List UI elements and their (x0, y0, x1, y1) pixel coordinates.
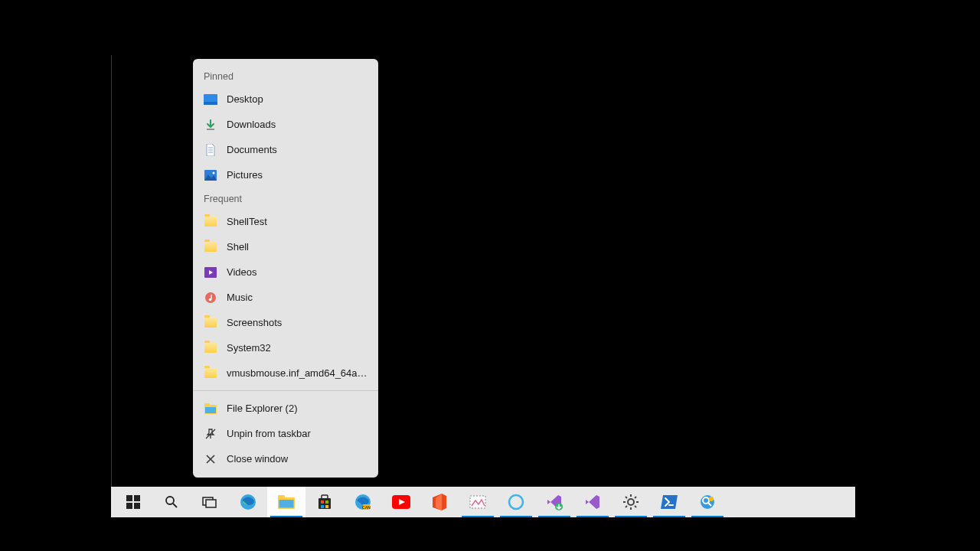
edge-icon (240, 494, 256, 510)
youtube-icon (392, 495, 410, 509)
jumplist-item-label: Pictures (227, 169, 263, 181)
jumplist-action-open-file-explorer[interactable]: File Explorer (2) (193, 396, 378, 421)
running-indicator (577, 516, 609, 517)
jumplist-action-close-window[interactable]: Close window (193, 446, 378, 471)
file-explorer-icon (204, 402, 217, 416)
jumplist-item-label: Downloads (227, 119, 276, 130)
divider (193, 390, 378, 391)
folder-icon (204, 316, 217, 330)
svg-line-47 (635, 497, 636, 498)
jumplist-item-label: Videos (227, 266, 257, 278)
svg-rect-1 (204, 102, 217, 105)
pictures-icon (204, 168, 217, 182)
svg-point-9 (205, 292, 216, 303)
jumplist-item-label: ShellTest (227, 216, 267, 227)
gear-icon (622, 494, 639, 510)
taskbar-task-view-button[interactable] (191, 487, 229, 517)
documents-icon (204, 143, 217, 157)
svg-rect-18 (134, 503, 140, 509)
running-indicator (462, 516, 494, 517)
unpin-icon (204, 427, 217, 441)
svg-rect-26 (279, 500, 294, 508)
taskbar-settings-button[interactable] (612, 487, 650, 517)
folder-icon (204, 341, 217, 355)
taskbar-search-button[interactable] (152, 487, 191, 517)
powershell-icon (661, 495, 678, 509)
svg-point-7 (213, 171, 215, 174)
downloads-icon (204, 118, 217, 132)
jumplist-item-label: Screenshots (227, 317, 282, 328)
taskbar: CAN (111, 487, 855, 517)
close-icon (204, 452, 217, 466)
edge-canary-icon: CAN (354, 494, 371, 510)
running-indicator (691, 516, 724, 517)
jumplist-action-unpin[interactable]: Unpin from taskbar (193, 421, 378, 446)
jumplist-item-downloads[interactable]: Downloads (193, 112, 378, 137)
taskbar-edge-button[interactable] (229, 487, 267, 517)
svg-rect-15 (126, 495, 132, 501)
svg-rect-28 (322, 495, 328, 499)
taskbar-office-button[interactable] (420, 487, 459, 517)
folder-icon (204, 367, 217, 380)
jumplist-item-screenshots[interactable]: Screenshots (193, 310, 378, 335)
jumplist-item-videos[interactable]: Videos (193, 259, 378, 285)
jumplist-item-vmusbmouse[interactable]: vmusbmouse.inf_amd64_64ac7a0a... (193, 360, 378, 386)
jumplist-item-system32[interactable]: System32 (193, 335, 378, 360)
snipping-tool-icon (469, 495, 486, 509)
svg-rect-29 (321, 500, 324, 504)
jumplist-item-label: Music (227, 292, 253, 303)
taskbar-microsoft-store-button[interactable] (305, 487, 344, 517)
svg-point-19 (166, 497, 174, 504)
taskbar-powershell-button[interactable] (650, 487, 688, 517)
taskbar-start-button[interactable] (114, 487, 152, 517)
taskbar-vs-installer-button[interactable] (535, 487, 573, 517)
jumplist-item-documents[interactable]: Documents (193, 137, 378, 162)
svg-point-10 (209, 298, 212, 301)
svg-rect-17 (126, 503, 132, 509)
taskbar-cortana-button[interactable] (497, 487, 535, 517)
jumplist-action-label: Unpin from taskbar (227, 428, 311, 439)
jumplist-item-desktop[interactable]: Desktop (193, 86, 378, 112)
svg-rect-25 (278, 495, 285, 499)
svg-rect-12 (204, 403, 210, 406)
svg-text:CAN: CAN (362, 505, 371, 510)
svg-rect-31 (321, 505, 324, 508)
vertical-divider (111, 55, 112, 517)
folder-icon (204, 240, 217, 254)
videos-icon (204, 266, 217, 279)
svg-rect-16 (134, 495, 140, 501)
jumplist-action-label: Close window (227, 453, 288, 465)
svg-point-38 (509, 495, 523, 509)
taskbar-snipping-tool-button[interactable] (459, 487, 497, 517)
svg-rect-22 (206, 500, 216, 507)
office-icon (433, 494, 446, 510)
jumplist-item-pictures[interactable]: Pictures (193, 162, 378, 187)
jumplist-item-label: Shell (227, 241, 249, 253)
svg-point-52 (709, 497, 714, 501)
jumplist-item-shell[interactable]: Shell (193, 234, 378, 259)
svg-line-20 (173, 504, 177, 507)
jumplist-item-music[interactable]: Music (193, 285, 378, 310)
windows-logo-icon (126, 495, 140, 509)
jumplist-frequent-header: Frequent (193, 187, 378, 209)
visual-studio-icon (584, 494, 601, 510)
taskbar-visual-studio-button[interactable] (573, 487, 612, 517)
svg-rect-27 (318, 498, 331, 509)
jumplist-action-label: File Explorer (2) (227, 403, 297, 414)
taskbar-accessibility-insights-button[interactable] (688, 487, 727, 517)
jumplist-item-label: vmusbmouse.inf_amd64_64ac7a0a... (227, 367, 368, 379)
microsoft-store-icon (317, 494, 332, 510)
music-icon (204, 291, 217, 305)
desktop-icon (204, 93, 217, 106)
search-icon (165, 495, 178, 509)
taskbar-youtube-button[interactable] (382, 487, 420, 517)
taskbar-edge-canary-button[interactable]: CAN (344, 487, 382, 517)
jumplist-item-label: Documents (227, 144, 277, 155)
running-indicator (500, 516, 532, 517)
svg-point-40 (628, 499, 634, 505)
jumplist-item-shelltest[interactable]: ShellTest (193, 209, 378, 234)
taskbar-file-explorer-button[interactable] (267, 487, 305, 517)
svg-rect-13 (205, 407, 216, 413)
svg-line-48 (626, 506, 627, 507)
accessibility-insights-icon (699, 494, 716, 510)
